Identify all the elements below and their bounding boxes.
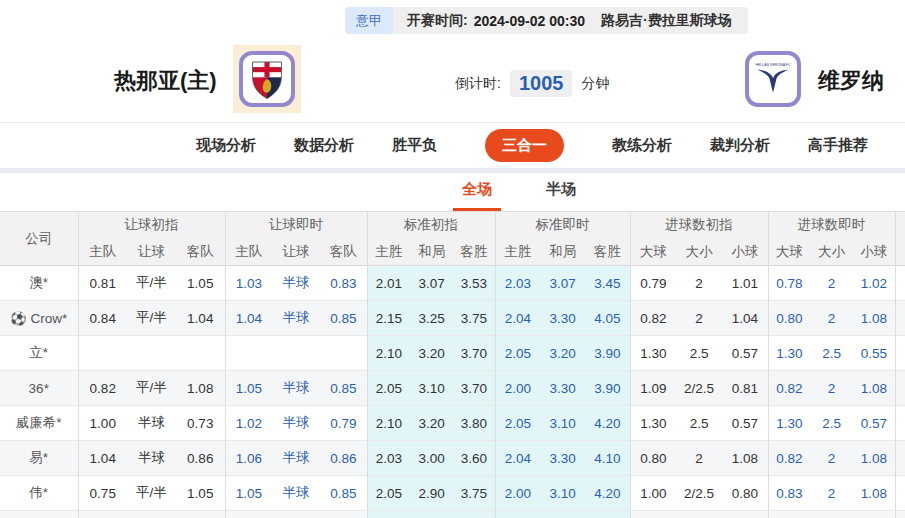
odds-cell: 2.10: [367, 336, 410, 371]
odds-cell: 2: [810, 476, 853, 511]
tab-data-analysis[interactable]: 数据分析: [294, 136, 354, 155]
sub-header: 大小: [810, 239, 853, 266]
odds-cell: 半球: [127, 406, 176, 441]
tab-live-analysis[interactable]: 现场分析: [196, 136, 256, 155]
cutoff-cell: [895, 511, 905, 518]
odds-cell: 3.30: [540, 441, 585, 476]
cutoff-cell: [895, 441, 905, 476]
odds-cell: [127, 336, 176, 371]
odds-cell: 0.80: [630, 441, 676, 476]
odds-cell: 0.83: [768, 476, 810, 511]
odds-cell: [272, 336, 320, 371]
odds-cell: 2.5: [676, 336, 722, 371]
cutoff-cell: [895, 406, 905, 441]
group-header: 标准初指: [367, 212, 495, 239]
sub-header: 让球: [272, 239, 320, 266]
odds-cell: [853, 511, 895, 518]
countdown-value: 1005: [510, 70, 573, 97]
verona-crest-caption: HELLAS VERONA FC: [755, 63, 791, 67]
odds-cell: 4.05: [585, 301, 630, 336]
sub-header: 和局: [540, 239, 585, 266]
sub-header: 客队: [320, 239, 367, 266]
page: 意甲 开赛时间: 2024-09-02 00:30 路易吉·费拉里斯球场 热那亚…: [0, 0, 905, 518]
odds-cell: 1.30: [630, 336, 676, 371]
odds-cell: 1.03: [225, 266, 272, 301]
sub-header: 让球: [127, 239, 176, 266]
odds-cell: 4.20: [585, 476, 630, 511]
odds-cell: 0.73: [176, 406, 225, 441]
tab-referee-analysis[interactable]: 裁判分析: [710, 136, 770, 155]
away-crest-frame: HELLAS VERONA FC: [745, 51, 801, 107]
odds-cell: 3.75: [453, 301, 495, 336]
odds-cell: [453, 511, 495, 518]
odds-cell: 3.45: [585, 266, 630, 301]
match-info-bar: 意甲 开赛时间: 2024-09-02 00:30 路易吉·费拉里斯球场: [345, 7, 748, 34]
odds-cell: 1.06: [225, 441, 272, 476]
odds-cell: 半球: [272, 441, 320, 476]
odds-cell: 1.09: [630, 371, 676, 406]
odds-cell: 3.00: [410, 441, 453, 476]
tab-three-in-one[interactable]: 三合一: [485, 129, 564, 162]
odds-cell: 1.30: [630, 406, 676, 441]
sub-header: 大小: [676, 239, 722, 266]
odds-cell: 0.82: [768, 441, 810, 476]
odds-cell: [225, 511, 272, 518]
odds-cell: 平/半: [127, 266, 176, 301]
odds-cell: [540, 511, 585, 518]
odds-cell: 2.00: [495, 476, 540, 511]
odds-cell: 1.08: [853, 371, 895, 406]
company-cell: 36*: [0, 371, 78, 406]
odds-cell: 0.55: [853, 336, 895, 371]
odds-cell: 2/2.5: [676, 371, 722, 406]
odds-cell: 1.05: [225, 371, 272, 406]
sub-header: 大球: [768, 239, 810, 266]
odds-cell: 半球: [272, 406, 320, 441]
odds-cell: 3.53: [453, 266, 495, 301]
odds-cell: 1.08: [853, 476, 895, 511]
subtab-full-match[interactable]: 全场: [453, 180, 501, 211]
odds-cell: 1.04: [78, 441, 127, 476]
sub-header: 和局: [410, 239, 453, 266]
company-column-header: 公司: [0, 212, 78, 266]
tab-coach-analysis[interactable]: 教练分析: [612, 136, 672, 155]
odds-cell: 0.81: [722, 371, 768, 406]
table-row: ⚽Crow*0.84平/半1.041.04半球0.852.153.253.752…: [0, 301, 905, 336]
odds-cell: 半球: [272, 371, 320, 406]
odds-cell: 2.05: [495, 406, 540, 441]
cutoff-cell: [895, 336, 905, 371]
odds-cell: [225, 336, 272, 371]
odds-cell: 1.02: [853, 266, 895, 301]
odds-cell: [127, 511, 176, 518]
odds-cell: 0.82: [78, 371, 127, 406]
odds-cell: 1.08: [853, 441, 895, 476]
tab-win-draw-lose[interactable]: 胜平负: [392, 136, 437, 155]
odds-cell: 3.30: [540, 371, 585, 406]
subtab-half-match[interactable]: 半场: [537, 180, 585, 208]
cutoff-cell: [895, 476, 905, 511]
sub-header: 大球: [630, 239, 676, 266]
odds-cell: 2: [676, 441, 722, 476]
top-bar-row: 意甲 开赛时间: 2024-09-02 00:30 路易吉·费拉里斯球场: [0, 0, 905, 40]
cutoff-column-header: [895, 212, 905, 266]
odds-cell: 半球: [272, 266, 320, 301]
odds-cell: [410, 511, 453, 518]
sub-header: 客胜: [453, 239, 495, 266]
odds-cell: 2.5: [676, 406, 722, 441]
tab-expert-picks[interactable]: 高手推荐: [808, 136, 868, 155]
odds-cell: 半球: [127, 441, 176, 476]
odds-cell: [78, 336, 127, 371]
odds-cell: 2.5: [810, 336, 853, 371]
odds-cell: 2: [810, 371, 853, 406]
odds-cell: 1.04: [176, 301, 225, 336]
odds-cell: 2.05: [367, 371, 410, 406]
odds-cell: 0.80: [768, 301, 810, 336]
odds-cell: 0.85: [320, 476, 367, 511]
odds-cell: 1.00: [78, 406, 127, 441]
sub-header: 客队: [176, 239, 225, 266]
cutoff-cell: [895, 266, 905, 301]
odds-cell: 0.82: [630, 301, 676, 336]
odds-cell: 0.75: [78, 476, 127, 511]
odds-cell: [320, 336, 367, 371]
odds-cell: 平/半: [127, 301, 176, 336]
odds-cell: [367, 511, 410, 518]
